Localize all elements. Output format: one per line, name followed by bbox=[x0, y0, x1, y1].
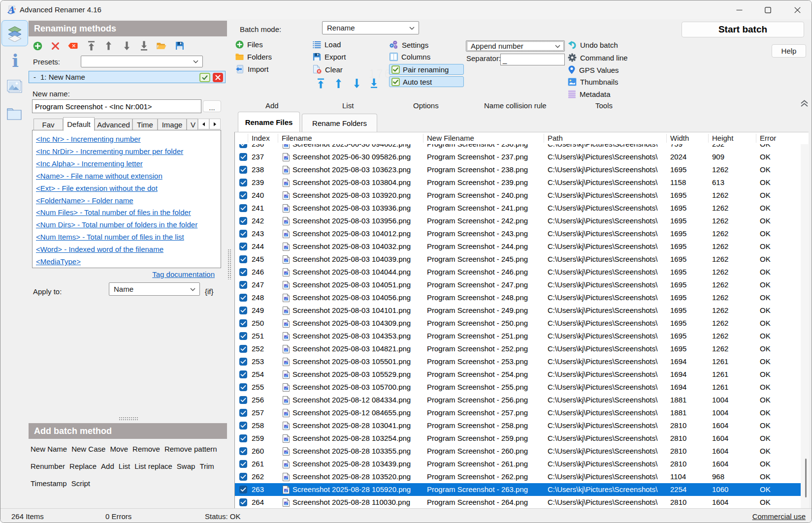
tag-link[interactable]: <Inc Nr> - Incrementing number bbox=[36, 133, 221, 146]
undo-batch-button[interactable]: Undo batch bbox=[568, 41, 618, 49]
row-checkbox[interactable] bbox=[239, 345, 247, 353]
horizontal-splitter-handle[interactable] bbox=[119, 417, 138, 421]
row-checkbox[interactable] bbox=[239, 179, 247, 186]
move-file-top-button[interactable] bbox=[317, 78, 325, 91]
column-header-new-filename[interactable]: New Filename bbox=[427, 132, 474, 144]
table-row-264[interactable]: 264Screenshot 2025-08-28 110030.pngProgr… bbox=[235, 496, 801, 509]
row-checkbox[interactable] bbox=[239, 422, 247, 430]
table-row-237[interactable]: 237Screenshot 2025-06-30 095826.pngProgr… bbox=[235, 151, 801, 163]
more-button[interactable]: ... bbox=[203, 100, 221, 112]
save-preset-button[interactable] bbox=[175, 41, 185, 51]
row-checkbox[interactable] bbox=[239, 447, 247, 455]
batch-method-timestamp[interactable]: Timestamp bbox=[31, 479, 67, 488]
row-checkbox[interactable] bbox=[239, 434, 247, 442]
row-checkbox[interactable] bbox=[239, 153, 247, 161]
tab-rename-files[interactable]: Rename Files bbox=[238, 112, 300, 132]
row-checkbox[interactable] bbox=[239, 281, 247, 289]
batch-method-new-name[interactable]: New Name bbox=[31, 445, 67, 453]
auto-test-toggle[interactable]: Auto test bbox=[389, 76, 464, 87]
row-checkbox[interactable] bbox=[239, 473, 247, 481]
row-checkbox[interactable] bbox=[239, 358, 247, 366]
add-folders-button[interactable]: Folders bbox=[235, 53, 272, 61]
tag-link[interactable]: <Inc Alpha> - Incrementing letter bbox=[36, 158, 221, 170]
tab-advanced[interactable]: Advanced bbox=[95, 119, 132, 130]
batch-method-new-case[interactable]: New Case bbox=[71, 445, 105, 453]
tag-link[interactable]: <Name> - File name without extension bbox=[36, 170, 221, 183]
method-enabled-checkbox[interactable] bbox=[199, 73, 210, 82]
tab-time[interactable]: Time bbox=[132, 119, 158, 130]
batch-mode-combobox[interactable]: Rename bbox=[322, 21, 419, 34]
table-row-253[interactable]: 253Screenshot 2025-08-03 105501.pngProgr… bbox=[235, 355, 801, 368]
clear-methods-button[interactable] bbox=[68, 41, 78, 51]
batch-method-script[interactable]: Script bbox=[71, 479, 90, 488]
tag-link[interactable]: <Num Files> - Total number of files in t… bbox=[36, 207, 221, 219]
batch-method-remove[interactable]: Remove bbox=[132, 445, 160, 453]
batch-method-trim[interactable]: Trim bbox=[199, 462, 214, 470]
row-checkbox[interactable] bbox=[239, 332, 247, 340]
batch-method-move[interactable]: Move bbox=[110, 445, 128, 453]
batch-method-remove-pattern[interactable]: Remove pattern bbox=[164, 445, 217, 453]
help-button[interactable]: Help bbox=[772, 44, 806, 58]
table-row-242[interactable]: 242Screenshot 2025-08-03 103956.pngProgr… bbox=[235, 215, 801, 227]
batch-method-list[interactable]: List bbox=[119, 462, 130, 470]
table-row-238[interactable]: 238Screenshot 2025-08-03 103623.pngProgr… bbox=[235, 163, 801, 176]
table-row-256[interactable]: 256Screenshot 2025-08-12 084334.pngProgr… bbox=[235, 394, 801, 406]
table-row-263[interactable]: 263Screenshot 2025-08-28 105920.pngProgr… bbox=[235, 483, 801, 496]
move-method-bottom-button[interactable] bbox=[139, 41, 149, 51]
row-checkbox[interactable] bbox=[239, 409, 247, 417]
batch-method-swap[interactable]: Swap bbox=[177, 462, 195, 470]
open-preset-button[interactable] bbox=[157, 41, 166, 51]
clear-list-button[interactable]: Clear bbox=[313, 65, 343, 74]
table-vertical-scrollbar[interactable] bbox=[801, 144, 809, 509]
sidebar-item-info[interactable]: i bbox=[9, 52, 21, 68]
method-collapse[interactable]: - bbox=[33, 73, 36, 81]
table-row-245[interactable]: 245Screenshot 2025-08-03 104039.pngProgr… bbox=[235, 253, 801, 266]
maximize-button[interactable] bbox=[756, 0, 779, 19]
table-row-240[interactable]: 240Screenshot 2025-08-03 103920.pngProgr… bbox=[235, 189, 801, 202]
method-item-row[interactable]: - 1: New Name bbox=[29, 71, 226, 83]
table-row-244[interactable]: 244Screenshot 2025-08-03 104032.pngProgr… bbox=[235, 240, 801, 253]
tabs-scroll-right-button[interactable] bbox=[209, 119, 221, 129]
command-line-button[interactable]: Command line bbox=[568, 53, 628, 62]
table-row-258[interactable]: 258Screenshot 2025-08-28 103041.pngProgr… bbox=[235, 419, 801, 432]
presets-combobox[interactable] bbox=[81, 56, 203, 67]
table-row-249[interactable]: 249Screenshot 2025-08-03 104101.pngProgr… bbox=[235, 304, 801, 317]
table-row-260[interactable]: 260Screenshot 2025-08-28 103355.pngProgr… bbox=[235, 445, 801, 458]
tab-rename-folders[interactable]: Rename Folders bbox=[302, 114, 377, 132]
table-row-251[interactable]: 251Screenshot 2025-08-03 104353.pngProgr… bbox=[235, 330, 801, 342]
sidebar-item-renaming-methods[interactable] bbox=[1, 20, 28, 46]
row-checkbox[interactable] bbox=[239, 255, 247, 263]
table-row-247[interactable]: 247Screenshot 2025-08-03 104051.pngProgr… bbox=[235, 278, 801, 291]
start-batch-button[interactable]: Start batch bbox=[682, 22, 804, 37]
table-row-246[interactable]: 246Screenshot 2025-08-03 104044.pngProgr… bbox=[235, 266, 801, 278]
row-checkbox[interactable] bbox=[239, 144, 247, 148]
sidebar-item-images[interactable] bbox=[6, 80, 22, 93]
tag-link[interactable]: <Num Items> - Total number of files in t… bbox=[36, 231, 221, 244]
table-row-239[interactable]: 239Screenshot 2025-08-03 103804.pngProgr… bbox=[235, 176, 801, 189]
column-header-path[interactable]: Path bbox=[548, 132, 563, 144]
row-checkbox[interactable] bbox=[239, 166, 247, 174]
row-checkbox[interactable] bbox=[239, 319, 247, 327]
row-checkbox[interactable] bbox=[239, 191, 247, 199]
table-row-262[interactable]: 262Screenshot 2025-08-28 103520.pngProgr… bbox=[235, 470, 801, 483]
scrollbar-thumb[interactable] bbox=[805, 459, 807, 497]
tag-link[interactable]: <MediaType> bbox=[36, 256, 221, 268]
vertical-splitter-handle[interactable] bbox=[227, 249, 231, 279]
table-row-236[interactable]: 236Screenshot 2025-06-30 094602.pngProgr… bbox=[235, 144, 801, 151]
table-row-248[interactable]: 248Screenshot 2025-08-03 104056.pngProgr… bbox=[235, 291, 801, 304]
metadata-button[interactable]: Metadata bbox=[568, 90, 611, 98]
row-checkbox[interactable] bbox=[239, 498, 247, 506]
close-button[interactable] bbox=[786, 0, 809, 19]
gps-values-button[interactable]: GPS Values bbox=[568, 65, 619, 74]
new-name-input[interactable]: Program Screenshot - <Inc Nr:001> bbox=[32, 99, 201, 113]
move-file-bottom-button[interactable] bbox=[370, 78, 378, 91]
add-files-button[interactable]: Files bbox=[235, 40, 263, 49]
row-checkbox[interactable] bbox=[239, 396, 247, 404]
row-checkbox[interactable] bbox=[239, 243, 247, 250]
pair-renaming-toggle[interactable]: Pair renaming bbox=[389, 64, 464, 75]
tag-link[interactable]: <Num Dirs> - Total number of folders in … bbox=[36, 219, 221, 231]
tag-link[interactable]: <Inc NrDir> - Incrementing number per fo… bbox=[36, 146, 221, 158]
move-method-top-button[interactable] bbox=[86, 41, 96, 51]
commercial-use-link[interactable]: Commercial use bbox=[752, 512, 806, 521]
separator-input[interactable]: _ bbox=[500, 54, 565, 65]
